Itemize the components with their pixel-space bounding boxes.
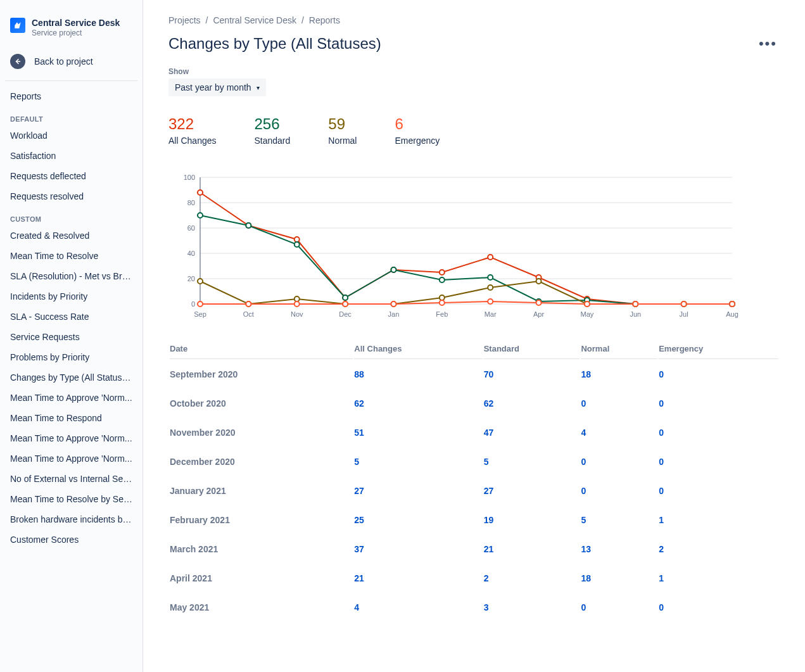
table-row: December 20205500 <box>170 448 778 476</box>
value-cell[interactable]: 5 <box>581 506 657 534</box>
value-cell[interactable]: 0 <box>659 477 778 505</box>
sidebar-item[interactable]: Broken hardware incidents by... <box>5 509 137 529</box>
column-header: All Changes <box>354 339 482 359</box>
value-cell[interactable]: 0 <box>659 448 778 476</box>
svg-point-30 <box>440 270 445 275</box>
value-cell[interactable]: 0 <box>659 360 778 388</box>
project-title: Central Service Desk <box>32 18 120 29</box>
breadcrumb-project[interactable]: Central Service Desk <box>213 15 296 25</box>
value-cell[interactable]: 1 <box>659 506 778 534</box>
sidebar-item[interactable]: Incidents by Priority <box>5 286 137 307</box>
svg-text:Oct: Oct <box>243 310 254 318</box>
more-actions-button[interactable]: ••• <box>756 33 780 54</box>
sidebar-item[interactable]: Changes by Type (All Statuses) <box>5 367 137 388</box>
value-cell[interactable]: 27 <box>354 477 482 505</box>
sidebar-item[interactable]: Customer Scores <box>5 529 137 550</box>
value-cell[interactable]: 27 <box>484 477 580 505</box>
value-cell[interactable]: 88 <box>354 360 482 388</box>
date-cell: September 2020 <box>170 360 353 388</box>
value-cell[interactable]: 2 <box>484 564 580 592</box>
back-to-project-link[interactable]: Back to project <box>5 48 137 75</box>
svg-text:Jan: Jan <box>388 310 400 318</box>
metric: 256Standard <box>255 115 291 146</box>
section-default-label: DEFAULT <box>5 106 137 125</box>
svg-text:Apr: Apr <box>533 310 544 318</box>
value-cell[interactable]: 0 <box>581 477 657 505</box>
metric-value: 322 <box>168 115 217 133</box>
metric: 59Normal <box>328 115 357 146</box>
value-cell[interactable]: 51 <box>354 419 482 447</box>
date-cell: October 2020 <box>170 390 353 417</box>
sidebar-item[interactable]: Workload <box>5 125 137 146</box>
sidebar-item[interactable]: Satisfaction <box>5 146 137 166</box>
value-cell[interactable]: 62 <box>354 390 482 417</box>
svg-point-55 <box>488 285 493 290</box>
value-cell[interactable]: 3 <box>484 593 580 621</box>
value-cell[interactable]: 1 <box>659 564 778 592</box>
value-cell[interactable]: 0 <box>659 390 778 417</box>
value-cell[interactable]: 47 <box>484 419 580 447</box>
svg-text:40: 40 <box>187 250 195 257</box>
date-cell: November 2020 <box>170 419 353 447</box>
value-cell[interactable]: 19 <box>484 506 580 534</box>
value-cell[interactable]: 21 <box>484 535 580 563</box>
column-header: Emergency <box>659 339 778 359</box>
sidebar-item[interactable]: Mean Time to Approve 'Norm... <box>5 448 137 469</box>
value-cell[interactable]: 37 <box>354 535 482 563</box>
value-cell[interactable]: 5 <box>354 448 482 476</box>
value-cell[interactable]: 70 <box>484 360 580 388</box>
value-cell[interactable]: 25 <box>354 506 482 534</box>
chevron-down-icon: ▾ <box>257 84 260 91</box>
value-cell[interactable]: 0 <box>581 448 657 476</box>
value-cell[interactable]: 0 <box>659 593 778 621</box>
sidebar-item[interactable]: Mean Time to Approve 'Norm... <box>5 428 137 448</box>
svg-point-65 <box>391 301 396 307</box>
value-cell[interactable]: 5 <box>484 448 580 476</box>
value-cell[interactable]: 62 <box>484 390 580 417</box>
svg-point-54 <box>440 295 445 300</box>
svg-text:May: May <box>581 310 594 318</box>
value-cell[interactable]: 0 <box>581 593 657 621</box>
svg-point-43 <box>488 275 493 280</box>
project-header[interactable]: Central Service Desk Service project <box>5 15 137 48</box>
value-cell[interactable]: 0 <box>581 390 657 417</box>
metric-value: 256 <box>255 115 291 133</box>
sidebar-item[interactable]: SLA (Resolution) - Met vs Bre... <box>5 266 137 286</box>
value-cell[interactable]: 18 <box>581 564 657 592</box>
sidebar-item[interactable]: Requests resolved <box>5 186 137 206</box>
value-cell[interactable]: 13 <box>581 535 657 563</box>
sidebar-item[interactable]: No of External vs Internal Ser... <box>5 469 137 489</box>
value-cell[interactable]: 4 <box>354 593 482 621</box>
table-row: September 20208870180 <box>170 360 778 388</box>
breadcrumb-reports[interactable]: Reports <box>309 15 340 25</box>
sidebar-item[interactable]: SLA - Success Rate <box>5 307 137 327</box>
svg-point-31 <box>488 255 493 260</box>
value-cell[interactable]: 21 <box>354 564 482 592</box>
date-cell: February 2021 <box>170 506 353 534</box>
sidebar-item[interactable]: Mean Time to Resolve <box>5 246 137 266</box>
svg-point-27 <box>295 237 300 242</box>
project-icon <box>10 18 25 33</box>
sidebar-item[interactable]: Service Requests <box>5 327 137 347</box>
svg-point-25 <box>198 190 203 195</box>
value-cell[interactable]: 0 <box>659 419 778 447</box>
value-cell[interactable]: 2 <box>659 535 778 563</box>
date-cell: December 2020 <box>170 448 353 476</box>
breadcrumb: Projects / Central Service Desk / Report… <box>168 15 780 25</box>
main-content: Projects / Central Service Desk / Report… <box>143 0 805 672</box>
show-range-dropdown[interactable]: Past year by month ▾ <box>168 79 266 96</box>
svg-text:Sep: Sep <box>194 310 206 318</box>
sidebar-item[interactable]: Requests deflected <box>5 166 137 186</box>
sidebar-item[interactable]: Mean Time to Respond <box>5 408 137 428</box>
svg-point-63 <box>295 301 300 307</box>
sidebar-item[interactable]: Mean Time to Approve 'Norm... <box>5 388 137 408</box>
svg-point-61 <box>198 301 203 307</box>
sidebar-item[interactable]: Mean Time to Resolve by Ser... <box>5 489 137 509</box>
value-cell[interactable]: 4 <box>581 419 657 447</box>
value-cell[interactable]: 18 <box>581 360 657 388</box>
sidebar: Central Service Desk Service project Bac… <box>0 0 143 672</box>
sidebar-item[interactable]: Problems by Priority <box>5 347 137 367</box>
sidebar-item[interactable]: Created & Resolved <box>5 225 137 246</box>
column-header: Date <box>170 339 353 359</box>
breadcrumb-projects[interactable]: Projects <box>168 15 201 25</box>
